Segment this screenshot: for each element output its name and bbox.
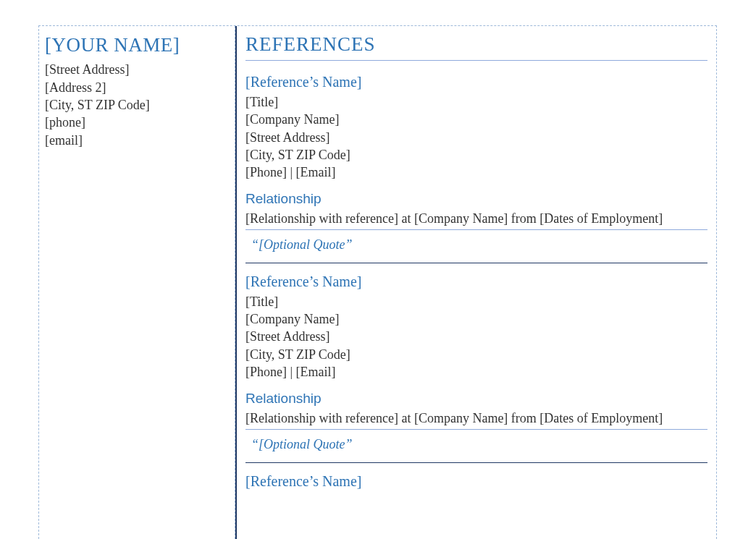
block-separator (245, 263, 707, 263)
contact-street[interactable]: [Street Address] (45, 61, 229, 78)
optional-quote[interactable]: “[Optional Quote” (245, 237, 707, 252)
relationship-text[interactable]: [Relationship with reference] at [Compan… (245, 210, 707, 227)
contact-citystzip[interactable]: [City, ST ZIP Code] (45, 96, 229, 114)
reference-block: [Reference’s Name] [Title] [Company Name… (245, 74, 707, 252)
sidebar: [YOUR NAME] [Street Address] [Address 2]… (39, 26, 235, 539)
contact-address2[interactable]: [Address 2] (45, 79, 229, 96)
reference-company[interactable]: [Company Name] (245, 111, 707, 128)
reference-phone-email[interactable]: [Phone] | [Email] (245, 363, 707, 381)
title-rule (245, 60, 707, 61)
reference-citystzip[interactable]: [City, ST ZIP Code] (245, 146, 707, 164)
reference-name[interactable]: [Reference’s Name] (245, 74, 707, 90)
reference-name[interactable]: [Reference’s Name] (245, 273, 707, 290)
optional-quote[interactable]: “[Optional Quote” (245, 437, 707, 452)
reference-block: [Reference’s Name] [Title] [Company Name… (245, 273, 707, 452)
relationship-heading: Relationship (245, 191, 707, 207)
reference-street[interactable]: [Street Address] (245, 328, 707, 345)
reference-phone-email[interactable]: [Phone] | [Email] (245, 164, 707, 181)
reference-street[interactable]: [Street Address] (245, 129, 707, 146)
relationship-heading: Relationship (245, 391, 707, 407)
quote-rule (245, 429, 707, 430)
page-frame: [YOUR NAME] [Street Address] [Address 2]… (38, 25, 717, 539)
reference-company[interactable]: [Company Name] (245, 310, 707, 328)
reference-name[interactable]: [Reference’s Name] (245, 473, 707, 490)
relationship-text[interactable]: [Relationship with reference] at [Compan… (245, 409, 707, 427)
block-separator (245, 462, 707, 463)
reference-citystzip[interactable]: [City, ST ZIP Code] (245, 346, 707, 363)
quote-rule (245, 229, 707, 230)
contact-phone[interactable]: [phone] (45, 114, 229, 131)
your-name[interactable]: [YOUR NAME] (45, 33, 229, 56)
references-title: REFERENCES (245, 33, 707, 56)
contact-email[interactable]: [email] (45, 132, 229, 149)
main-column: REFERENCES [Reference’s Name] [Title] [C… (235, 26, 716, 539)
reference-title[interactable]: [Title] (245, 93, 707, 111)
reference-block: [Reference’s Name] (245, 473, 707, 490)
reference-title[interactable]: [Title] (245, 293, 707, 310)
